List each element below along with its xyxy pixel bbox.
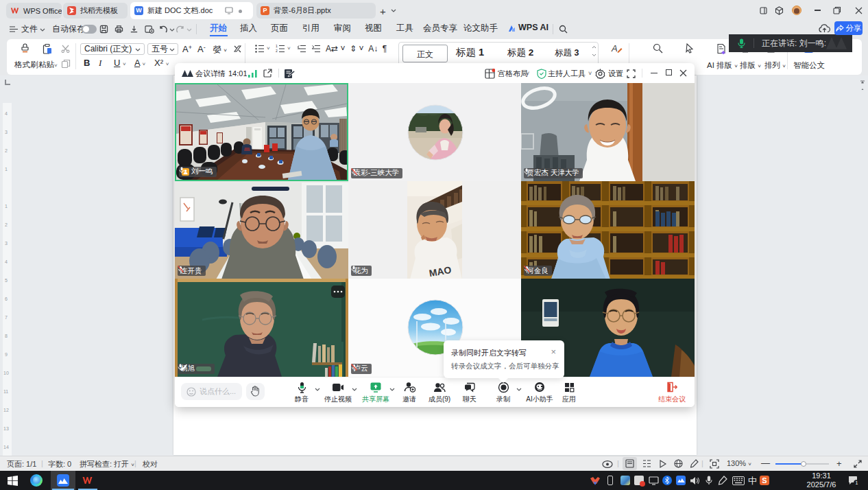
svg-text:A: A (611, 43, 618, 54)
svg-text:1: 1 (856, 480, 858, 485)
svg-text:1: 1 (276, 45, 278, 48)
svg-text:2: 2 (276, 49, 278, 53)
